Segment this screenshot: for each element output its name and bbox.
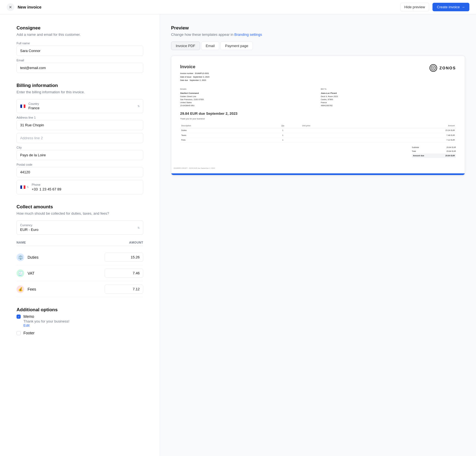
- amounts-name-header: NAME: [17, 241, 26, 244]
- create-invoice-button[interactable]: Create invoice →: [432, 3, 469, 11]
- list-item: 💰 Fees: [17, 281, 143, 297]
- invoice-preview: Invoice Invoice number EXAMPLE-0001 Date…: [171, 56, 465, 175]
- country-inner: Country France: [28, 102, 135, 110]
- currency-label: Currency: [20, 223, 38, 227]
- invoice-meta: Invoice number EXAMPLE-0001 Date of issu…: [180, 72, 209, 82]
- invoice-date-due-row: Date due September 2, 2023: [180, 79, 209, 82]
- full-name-field: Full name: [17, 42, 143, 56]
- invoice-amount-banner: 29.84 EUR due September 2, 2023: [180, 111, 456, 116]
- country-value: France: [28, 106, 135, 110]
- currency-inner: Currency EUR - Euro ⇅: [20, 223, 140, 232]
- billing-section: Billing information Enter the billing in…: [17, 83, 143, 194]
- france-flag-icon: [20, 104, 26, 108]
- invoice-from-col: Details Startteri Command Golden Street …: [180, 88, 315, 107]
- invoice-thankyou: Thank you for your business!: [180, 118, 456, 121]
- address1-field: Address line 1: [17, 116, 143, 130]
- postal-input[interactable]: [17, 167, 143, 177]
- table-row: Fees17.12 EUR: [180, 138, 456, 143]
- zonos-logo: ZONOS: [429, 64, 456, 72]
- preview-desc: Change how these templates appear in Bra…: [171, 32, 465, 37]
- invoice-to-col: Bill To Jean-Luc Picard Deck 9, Room 202…: [321, 88, 456, 107]
- currency-field[interactable]: Currency EUR - Euro ⇅: [17, 220, 143, 235]
- phone-flag-group[interactable]: ⇅: [20, 185, 29, 189]
- invoice-table-header: Description Qty Unit price Amount: [180, 124, 456, 128]
- tab-email[interactable]: Email: [201, 42, 220, 50]
- close-button[interactable]: ✕: [7, 3, 14, 11]
- phone-field: ⇅ Phone +33: [17, 180, 143, 194]
- amount-input[interactable]: [105, 253, 143, 262]
- country-label: Country: [28, 102, 135, 105]
- amount-icon: 💰: [17, 285, 24, 293]
- page-title: New invoice: [18, 5, 42, 9]
- amount-icon: 🧾: [17, 269, 24, 277]
- city-label: City: [17, 146, 143, 149]
- list-item: ⚖️ Duties: [17, 249, 143, 265]
- invoice-doc-title: Invoice: [180, 64, 209, 70]
- memo-checkbox[interactable]: ✓: [17, 315, 21, 319]
- header-left: ✕ New invoice: [7, 3, 42, 11]
- footer-checkbox[interactable]: [17, 331, 21, 335]
- list-item: 🧾 VAT: [17, 265, 143, 281]
- right-panel: Preview Change how these templates appea…: [160, 14, 476, 456]
- memo-row: ✓ Memo Thank you for your business! Edit: [17, 314, 143, 327]
- amounts-rows: ⚖️ Duties 🧾 VAT 💰 Fees: [17, 249, 143, 297]
- address2-input[interactable]: [17, 133, 143, 143]
- header-right: Hide preview Create invoice →: [400, 3, 469, 11]
- full-name-input[interactable]: [17, 46, 143, 56]
- footer-row: Footer: [17, 331, 143, 335]
- address1-input[interactable]: [17, 120, 143, 130]
- hide-preview-button[interactable]: Hide preview: [400, 3, 429, 11]
- amount-icon: ⚖️: [17, 253, 24, 261]
- phone-label: Phone: [32, 183, 140, 186]
- left-panel: Consignee Add a name and email for this …: [0, 14, 160, 456]
- total-row: Total 29.84 EUR: [412, 149, 456, 154]
- amounts-header: NAME AMOUNT: [17, 239, 143, 246]
- col-qty: Qty: [265, 124, 301, 128]
- consignee-title: Consignee: [17, 25, 143, 31]
- amount-input[interactable]: [105, 285, 143, 294]
- amount-name: Duties: [28, 255, 105, 260]
- arrow-icon: →: [461, 5, 465, 9]
- email-field: Email: [17, 59, 143, 73]
- city-field: City: [17, 146, 143, 160]
- memo-label: Memo: [23, 314, 69, 319]
- tab-payment-page[interactable]: Payment page: [220, 42, 253, 50]
- phone-input[interactable]: [39, 187, 140, 191]
- amount-input[interactable]: [105, 269, 143, 278]
- col-unit-price: Unit price: [301, 124, 374, 128]
- branding-settings-link[interactable]: Branding settings: [234, 32, 262, 37]
- postal-field: Postal code: [17, 163, 143, 177]
- currency-value: EUR - Euro: [20, 228, 38, 232]
- app-header: ✕ New invoice Hide preview Create invoic…: [0, 0, 476, 14]
- consignee-section: Consignee Add a name and email for this …: [17, 25, 143, 73]
- amount-name: VAT: [28, 271, 105, 275]
- zonos-text: ZONOS: [439, 65, 456, 71]
- email-input[interactable]: [17, 63, 143, 73]
- address1-label: Address line 1: [17, 116, 143, 119]
- amount-name: Fees: [28, 287, 105, 291]
- currency-arrows-icon: ⇅: [137, 226, 140, 229]
- svg-point-0: [430, 64, 437, 72]
- invoice-details-row: Details Startteri Command Golden Street …: [180, 88, 456, 107]
- postal-label: Postal code: [17, 163, 143, 166]
- consignee-desc: Add a name and email for this customer.: [17, 32, 143, 37]
- invoice-footer-bar: [171, 173, 465, 175]
- address2-field: [17, 133, 143, 143]
- country-field[interactable]: Country France ⇅: [17, 99, 143, 113]
- preview-tabs: Invoice PDFEmailPayment page: [171, 42, 465, 50]
- amounts-amount-header: AMOUNT: [129, 241, 143, 244]
- city-input[interactable]: [17, 150, 143, 160]
- checkmark-icon: ✓: [18, 315, 20, 318]
- table-row: Taxes17.48 EUR: [180, 133, 456, 138]
- amounts-table: NAME AMOUNT ⚖️ Duties 🧾 VAT 💰 Fees: [17, 239, 143, 297]
- tab-invoice-pdf[interactable]: Invoice PDF: [171, 42, 200, 50]
- full-name-label: Full name: [17, 42, 143, 45]
- phone-arrows-icon: ⇅: [27, 186, 29, 189]
- memo-edit-link[interactable]: Edit: [23, 323, 69, 327]
- amount-due-row: Amount due 29.84 EUR: [412, 154, 456, 158]
- col-description: Description: [180, 124, 265, 128]
- invoice-number-row: Invoice number EXAMPLE-0001: [180, 72, 209, 75]
- collect-desc: How much should be collected for duties,…: [17, 211, 143, 215]
- svg-point-1: [431, 66, 436, 70]
- invoice-table: Description Qty Unit price Amount Duties…: [180, 124, 456, 143]
